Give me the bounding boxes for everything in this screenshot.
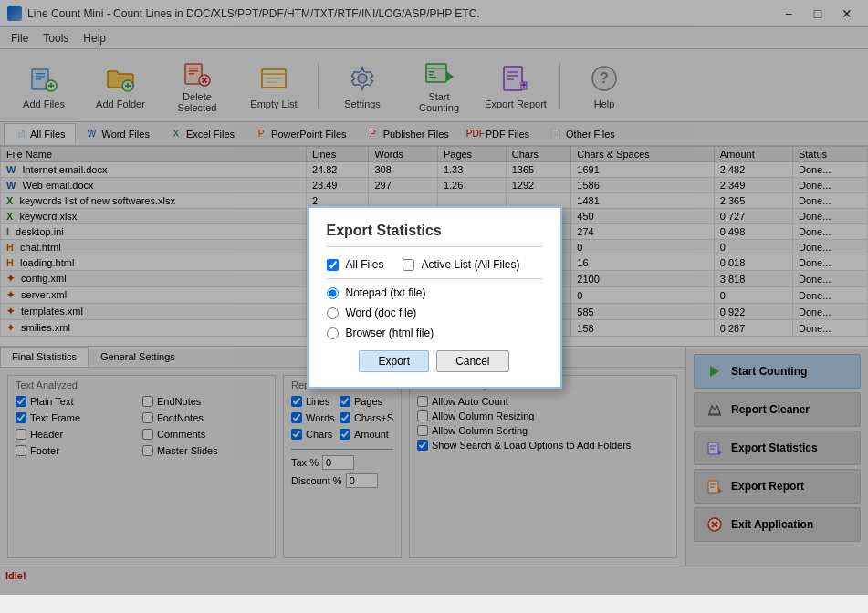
modal-notepad-label: Notepad (txt file)	[346, 286, 426, 299]
modal-radio-group: Notepad (txt file) Word (doc file) Brows…	[327, 286, 542, 339]
modal-active-list-checkbox[interactable]	[403, 259, 414, 271]
modal-files-row: All Files Active List (All Files)	[327, 258, 542, 271]
modal-title: Export Statistics	[327, 223, 542, 247]
modal-word-row: Word (doc file)	[327, 306, 542, 319]
modal-notepad-row: Notepad (txt file)	[327, 286, 542, 299]
modal-browser-label: Browser (html file)	[346, 327, 434, 339]
modal-notepad-radio[interactable]	[327, 287, 339, 299]
modal-word-label: Word (doc file)	[346, 306, 417, 319]
modal-cancel-button[interactable]: Cancel	[436, 350, 508, 372]
modal-all-files-checkbox[interactable]	[327, 259, 339, 271]
modal-buttons: Export Cancel	[327, 350, 542, 372]
modal-word-radio[interactable]	[327, 307, 339, 319]
modal-browser-radio[interactable]	[327, 327, 339, 339]
modal-overlay: Export Statistics All Files Active List …	[0, 0, 868, 595]
modal-active-list-label: Active List (All Files)	[422, 258, 520, 271]
modal-browser-row: Browser (html file)	[327, 327, 542, 339]
export-statistics-modal: Export Statistics All Files Active List …	[307, 206, 562, 389]
modal-all-files-label: All Files	[346, 258, 384, 271]
modal-export-button[interactable]: Export	[359, 350, 429, 372]
